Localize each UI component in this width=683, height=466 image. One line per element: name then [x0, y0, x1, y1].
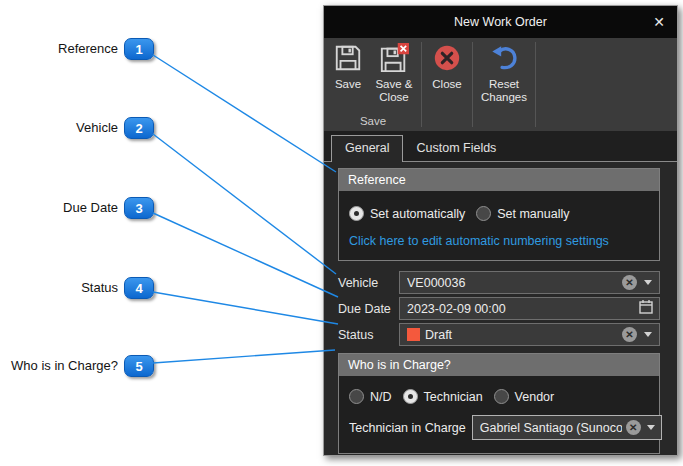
vehicle-value: VE000036 [407, 276, 617, 290]
technician-clear-icon[interactable]: ✕ [626, 420, 641, 435]
ribbon-group-save: Save [327, 38, 419, 131]
ribbon-group-reset: Reset Changes [475, 38, 533, 131]
due-date-label: Due Date [338, 302, 399, 316]
screenshot: Reference Vehicle Due Date Status Who is… [0, 0, 683, 466]
status-combobox[interactable]: Draft ✕ [399, 323, 660, 346]
ribbon-group-caption: Save [327, 115, 419, 131]
undo-icon [489, 43, 519, 76]
callout-badge-1: 1 [124, 38, 154, 60]
calendar-icon[interactable] [638, 299, 654, 318]
numbering-settings-link[interactable]: Click here to edit automatic numbering s… [349, 234, 649, 248]
set-manually-label: Set manually [497, 207, 569, 221]
save-button[interactable]: Save [327, 38, 369, 91]
ribbon-separator [472, 42, 473, 127]
status-label: Status [338, 328, 399, 342]
ribbon-separator [535, 42, 536, 127]
reference-group-header: Reference [339, 169, 659, 191]
title-bar: New Work Order ✕ [324, 6, 677, 38]
technician-in-charge-label: Technician in Charge [349, 421, 466, 435]
callout-label-vehicle: Vehicle [0, 120, 118, 135]
vehicle-clear-icon[interactable]: ✕ [622, 275, 637, 290]
reset-changes-button[interactable]: Reset Changes [475, 38, 533, 105]
tab-general[interactable]: General [331, 135, 403, 162]
window-close-icon[interactable]: ✕ [653, 6, 665, 38]
callout-label-who: Who is in Charge? [0, 358, 118, 373]
vehicle-combobox[interactable]: VE000036 ✕ [399, 271, 660, 294]
set-manually-radio[interactable] [476, 206, 491, 221]
vendor-radio[interactable] [494, 389, 509, 404]
ribbon-group-close: Close [424, 38, 470, 131]
who-in-charge-groupbox: Who is in Charge? N/D Technician Vendor … [338, 353, 660, 454]
ribbon-toolbar: Save [324, 38, 677, 131]
save-and-close-icon [379, 43, 409, 76]
due-date-value: 2023-02-09 00:00 [407, 302, 633, 316]
callout-label-due-date: Due Date [0, 200, 118, 215]
general-tab-content: Reference Set automatically Set manually… [324, 162, 677, 455]
due-date-input[interactable]: 2023-02-09 00:00 [399, 297, 660, 320]
who-in-charge-header: Who is in Charge? [339, 354, 659, 376]
callout-label-status: Status [0, 280, 118, 295]
technician-in-charge-value: Gabriel Santiago (Sunoco) [480, 421, 622, 435]
technician-dropdown-icon[interactable] [647, 425, 655, 430]
vendor-label: Vendor [515, 390, 555, 404]
callout-badge-2: 2 [124, 117, 154, 139]
vehicle-dropdown-icon[interactable] [644, 280, 652, 285]
technician-label: Technician [424, 390, 483, 404]
status-value: Draft [425, 328, 617, 342]
vehicle-label: Vehicle [338, 276, 399, 290]
new-work-order-dialog: New Work Order ✕ Sav [323, 5, 678, 456]
save-icon [333, 43, 363, 76]
save-and-close-button[interactable]: Save & Close [369, 38, 419, 105]
set-automatically-radio[interactable] [349, 206, 364, 221]
status-clear-icon[interactable]: ✕ [622, 327, 637, 342]
ribbon-separator [421, 42, 422, 127]
close-button[interactable]: Close [424, 38, 470, 91]
callout-label-reference: Reference [0, 41, 118, 56]
nd-radio[interactable] [349, 389, 364, 404]
status-color-swatch [407, 328, 420, 341]
technician-radio[interactable] [403, 389, 418, 404]
technician-in-charge-combobox[interactable]: Gabriel Santiago (Sunoco) ✕ [472, 415, 662, 440]
tab-strip: General Custom Fields [324, 131, 677, 162]
window-title: New Work Order [454, 15, 547, 29]
set-automatically-label: Set automatically [370, 207, 465, 221]
callout-badge-3: 3 [124, 197, 154, 219]
close-red-icon [432, 43, 462, 76]
status-dropdown-icon[interactable] [644, 332, 652, 337]
nd-label: N/D [370, 390, 392, 404]
callout-badge-4: 4 [124, 277, 154, 299]
reference-groupbox: Reference Set automatically Set manually… [338, 168, 660, 261]
tab-custom-fields[interactable]: Custom Fields [403, 136, 509, 161]
callout-badge-5: 5 [124, 355, 154, 377]
